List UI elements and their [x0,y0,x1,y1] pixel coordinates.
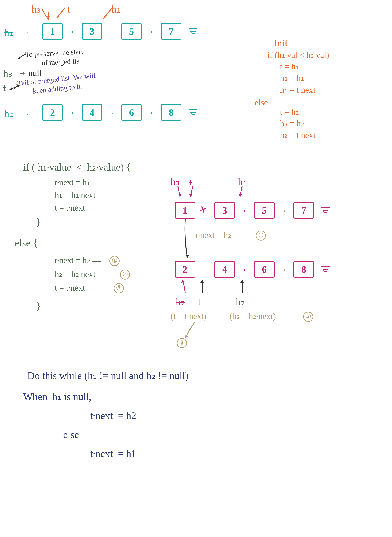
code-line8: h₂ = h₂·next — [38,269,106,280]
code-line5: } [36,215,41,229]
code-line8-num: ② [120,270,130,280]
label-h2: h₂ [4,106,13,121]
svg-marker-6 [178,194,182,197]
init-line4: h₁ = t·next [272,84,316,96]
linked-list-2: 2 4 6 8 [42,104,198,121]
d2-list1-node-1: 3 [214,202,235,219]
code-line7-num: ① [109,256,120,266]
d2-list1-node-2: 5 [254,202,275,219]
init-line5: else [255,97,268,108]
list1-node-1: 3 [82,23,102,40]
arrow-down-small [44,10,53,23]
arrow-t-down [55,6,67,21]
code-line2: t·next = h₁ [38,177,90,188]
d2-list2-node-1: 4 [214,261,235,278]
list1-node-3: 7 [161,23,182,40]
d2-ann-tnext-num: ① [256,231,266,241]
label-t-bottom: t [3,80,6,94]
d2-list2-node-3: 8 [294,261,314,278]
bottom-line3: t·next = h2 [55,409,136,423]
bottom-line1: Do this while (h₁ != null and h₂ != null… [27,369,188,383]
arrow-h1-right: → [20,25,30,39]
bottom-line4: else [51,428,79,442]
bottom-line2: When h₁ is null, [23,390,91,404]
code-line4: t = t·next [38,202,85,214]
d2-label-h2-strike: h₂ [176,295,185,309]
svg-marker-5 [9,87,12,90]
init-line8: h₂ = t·next [272,130,316,141]
svg-marker-4 [18,56,21,59]
init-line2: t = h₁ [272,61,299,72]
d2-arrow-t [188,185,197,200]
list1-ground [188,26,198,37]
d2-arrow-h1 [238,185,246,200]
d2-ann-h2eq: (h₂ = h₂·next) — [229,311,286,322]
d2-label-t-new: t [198,295,201,309]
d2-arrow-t-up [198,278,206,295]
bottom-line5: t·next = h1 [55,446,136,461]
list1-node-2: 5 [121,23,142,40]
d2-list2-ground [320,264,331,275]
d2-arrow-three [183,321,198,340]
init-line6: t = h₂ [272,106,299,118]
label-t-top: t [67,2,70,16]
init-title: Init [274,36,288,50]
init-line7: h₃ = h₂ [272,118,304,129]
label-h1-old: h₁ [4,25,13,39]
d2-arrow-h2-up [238,278,246,295]
label-h3-top: h₃ [32,2,41,16]
svg-marker-12 [240,280,244,283]
d2-arrow-h2s-up [180,278,188,295]
label-h3-null: h₃ [3,66,12,80]
d2-ann-h2-num: ② [303,312,313,322]
svg-marker-2 [47,16,50,19]
d2-list2: 2 4 6 8 [175,261,331,278]
arrow-h2-right: → [20,106,30,121]
d2-list1-ground [320,205,331,216]
code-line7: t·next = h₂ — [38,255,101,266]
code-line9: t = t·next — [38,282,96,294]
d2-list1-node-0: 1 [175,202,195,219]
d2-ann-three: ③ [177,338,187,348]
svg-marker-11 [201,280,204,283]
d2-ann-teq: (t = t·next) [171,311,206,322]
linked-list-1: 1 3 5 7 [42,23,198,40]
list2-node-1: 4 [82,104,102,121]
annotation-preserve: To preserve the start of merged list [25,47,84,69]
init-line3: h₃ = h₁ [272,73,304,84]
list2-node-3: 8 [161,104,182,121]
d2-arrow-h3 [176,185,184,200]
code-line3: h₁ = h₁·next [38,190,95,201]
d2-list2-node-0: 2 [175,261,195,278]
list2-ground [188,107,198,118]
d2-label-h2-new: h₂ [236,295,245,309]
arrow-preserve [17,53,27,61]
list2-node-2: 6 [121,104,142,121]
code-line9-num: ③ [114,283,124,293]
init-line1: if (h₁·val < h₂·val) [267,50,329,61]
code-line1: if ( h₁·value < h₂·value) { [23,160,131,174]
code-line10: } [36,299,41,313]
code-line6: else { [15,236,38,250]
list2-node-0: 2 [42,104,63,121]
arrow-h1-down [101,7,114,22]
list1-node-0: 1 [42,23,63,40]
arrow-tail [8,85,19,92]
d2-list1-node-3: 7 [294,202,314,219]
d2-ann-tnext: t·next = h₂ — [196,229,242,241]
d2-list2-node-2: 6 [254,261,275,278]
svg-marker-9 [185,255,189,258]
